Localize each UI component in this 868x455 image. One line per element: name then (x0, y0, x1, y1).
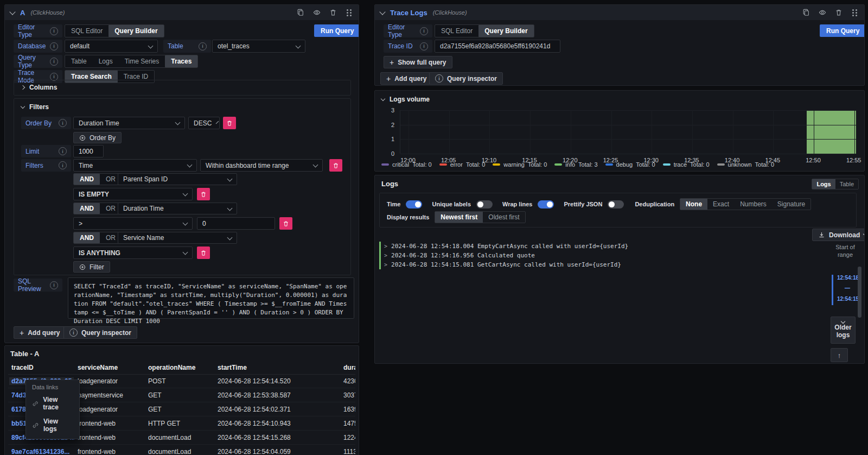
table-select[interactable]: otel_traces (212, 40, 305, 53)
prettify-json-toggle[interactable] (608, 200, 624, 208)
trash-icon[interactable] (835, 9, 843, 16)
columns-section[interactable] (14, 80, 351, 96)
column-header[interactable]: operationName (145, 364, 214, 371)
editor-type-sql-editor[interactable]: SQL Editor (65, 25, 108, 37)
editor-type-query-builder[interactable]: Query Builder (108, 25, 163, 37)
filter-time-field-select[interactable]: Time (73, 159, 197, 172)
editor-type-query-builder[interactable]: Query Builder (478, 25, 533, 37)
filter4-condition-select[interactable]: IS ANYTHING (73, 247, 193, 259)
filter3-condition-select[interactable]: > (73, 217, 193, 230)
trash-icon[interactable] (329, 9, 337, 16)
order-newest-first[interactable]: Newest first (435, 212, 483, 223)
view-trace-link[interactable]: View trace (26, 393, 79, 414)
remove-filter-button[interactable] (279, 217, 292, 230)
info-icon[interactable] (50, 27, 58, 35)
info-icon[interactable] (59, 147, 67, 155)
legend-item[interactable]: unknownTotal: 0 (717, 161, 775, 168)
order-oldest-first[interactable]: Oldest first (483, 212, 525, 223)
dedup-signature[interactable]: Signature (772, 199, 810, 210)
info-icon[interactable] (59, 161, 67, 169)
order-by-field-select[interactable]: Duration Time (73, 117, 185, 129)
panel-collapse-icon[interactable] (379, 9, 385, 15)
logs-view-logs[interactable]: Logs (812, 179, 835, 189)
filter2-field-select[interactable]: Parent Span ID (118, 173, 237, 185)
order-by-direction-select[interactable]: DESC (188, 117, 220, 129)
remove-filter-button[interactable] (197, 188, 210, 200)
query-inspector-button[interactable]: Query inspector (429, 72, 503, 85)
operator-and[interactable]: AND (74, 174, 100, 185)
remove-filter-button[interactable] (197, 247, 210, 259)
expand-log-icon[interactable] (384, 262, 387, 268)
add-filter-button[interactable]: Filter (73, 261, 110, 273)
filters-section-header[interactable]: Filters (21, 103, 49, 111)
info-icon[interactable] (199, 42, 207, 50)
legend-item[interactable]: debugTotal: 0 (605, 161, 655, 168)
column-header[interactable]: startTime (214, 364, 340, 371)
filter4-field-select[interactable]: Service Name (118, 232, 237, 244)
logs-volume-header[interactable]: Logs volume (381, 96, 430, 103)
expand-log-icon[interactable] (384, 252, 387, 258)
log-timeline-bar[interactable] (832, 275, 833, 305)
filter3-value-input[interactable]: 0 (197, 217, 275, 230)
info-icon[interactable] (59, 119, 67, 127)
legend-item[interactable]: criticalTotal: 0 (381, 161, 432, 168)
log-line[interactable]: 2024-06-28 12:54:16.956 Calculated quote (379, 251, 808, 260)
limit-input[interactable]: 1000 (73, 145, 104, 157)
database-select[interactable]: default (65, 40, 158, 53)
operator-and[interactable]: AND (74, 203, 100, 214)
wrap-lines-toggle[interactable] (538, 200, 554, 208)
unique-labels-toggle[interactable] (476, 200, 493, 208)
column-header[interactable]: traceID (8, 364, 74, 371)
info-icon[interactable] (420, 42, 428, 50)
add-order-by-button[interactable]: Order By (73, 132, 122, 143)
drag-handle-icon[interactable] (851, 9, 859, 16)
duplicate-icon[interactable] (802, 9, 810, 16)
column-header[interactable]: serviceName (74, 364, 145, 371)
log-line[interactable]: 2024-06-28 12:54:18.004 EmptyCartAsync c… (379, 242, 808, 251)
info-icon[interactable] (50, 58, 58, 66)
info-icon[interactable] (420, 27, 428, 35)
info-icon[interactable] (50, 42, 58, 50)
legend-item[interactable]: warningTotal: 0 (493, 161, 547, 168)
legend-item[interactable]: errorTotal: 0 (439, 161, 486, 168)
run-query-button[interactable]: Run Query (820, 24, 865, 37)
dedup-exact[interactable]: Exact (707, 199, 735, 210)
query-inspector-button[interactable]: Query inspector (63, 326, 137, 339)
view-logs-link[interactable]: View logs (26, 414, 79, 436)
columns-section-header[interactable]: Columns (21, 84, 57, 91)
time-toggle[interactable] (406, 200, 422, 208)
remove-order-by-button[interactable] (223, 117, 236, 129)
duplicate-icon[interactable] (297, 9, 304, 16)
drag-handle-icon[interactable] (346, 9, 353, 16)
query-type-table[interactable]: Table (65, 55, 93, 67)
download-button[interactable]: Download (812, 229, 865, 241)
add-query-button[interactable]: + Add query (14, 326, 66, 339)
query-type-time-series[interactable]: Time Series (119, 55, 165, 67)
operator-and[interactable]: AND (74, 232, 100, 243)
trace-id-link[interactable]: 9ae7caf61341236... (11, 448, 69, 455)
add-query-button[interactable]: + Add query (380, 72, 433, 85)
show-full-query-button[interactable]: + Show full query (384, 56, 452, 68)
run-query-button[interactable]: Run Query (314, 24, 359, 37)
editor-type-sql-editor[interactable]: SQL Editor (435, 25, 478, 37)
older-logs-button[interactable]: Older logs (831, 317, 856, 344)
panel-collapse-icon[interactable] (9, 9, 15, 15)
trace-id-input[interactable]: d2a7155ef6a928a05680e5ff6190241d (435, 40, 560, 53)
filter2-condition-select[interactable]: IS EMPTY (73, 188, 193, 200)
filter3-field-select[interactable]: Duration Time (118, 203, 237, 214)
logs-scrollbar[interactable] (858, 267, 861, 318)
filter-time-range-select[interactable]: Within dashboard time range (200, 159, 323, 172)
expand-log-icon[interactable] (384, 243, 387, 249)
query-type-logs[interactable]: Logs (93, 55, 119, 67)
legend-item[interactable]: infoTotal: 3 (554, 161, 597, 168)
remove-filter-button[interactable] (329, 159, 342, 172)
panel-a-header[interactable]: A (ClickHouse) (5, 5, 359, 20)
scroll-to-top-button[interactable] (831, 348, 848, 362)
legend-item[interactable]: traceTotal: 0 (663, 161, 710, 168)
dedup-numbers[interactable]: Numbers (735, 199, 772, 210)
query-type-traces[interactable]: Traces (165, 55, 197, 67)
log-line[interactable]: 2024-06-28 12:54:15.081 GetCartAsync cal… (379, 260, 808, 269)
eye-icon[interactable] (313, 9, 321, 16)
logs-view-table[interactable]: Table (835, 179, 858, 189)
column-header[interactable]: duration (340, 364, 355, 371)
